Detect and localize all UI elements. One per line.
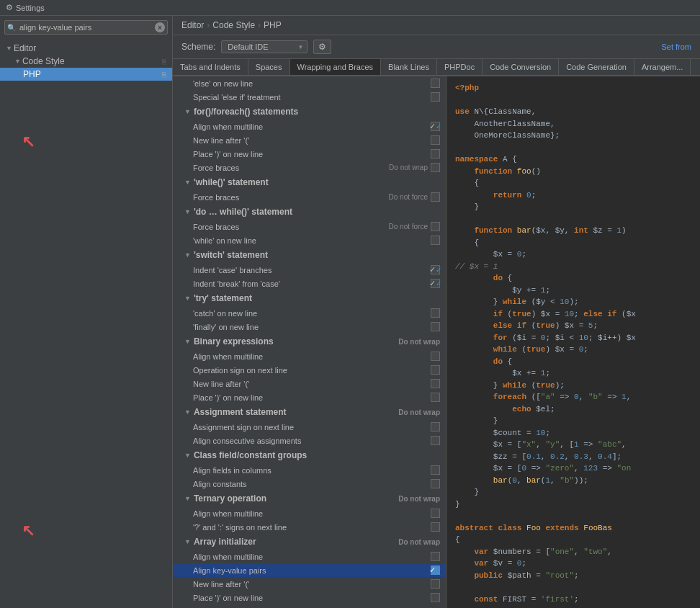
for-align-multiline-row: Align when multiline ✓ (173, 120, 446, 133)
align-consecutive-label: Align consecutive assignments (179, 437, 377, 445)
for-newline-after-row: New line after '(' (173, 133, 446, 147)
switch-indent-break-label: Indent 'break' from 'case' (179, 280, 377, 288)
while-header[interactable]: ▼ 'while()' statement (173, 174, 446, 190)
else-checkbox[interactable] (431, 79, 440, 88)
assignment-header[interactable]: ▼ Assignment statement Do not wrap (173, 404, 446, 420)
do-while-header[interactable]: ▼ 'do … while()' statement (173, 204, 446, 220)
while-force-braces-value: Do not force (377, 193, 428, 201)
do-force-braces-checkbox[interactable] (431, 222, 440, 231)
for-force-braces-value: Do not wrap (377, 164, 428, 171)
code-style-tree-item[interactable]: ▼ Code Style ⎘ (0, 55, 172, 68)
special-else-row: Special 'else if' treatment (173, 90, 446, 104)
breadcrumb-code-style: Code Style (212, 20, 255, 30)
align-fields-row: Align fields in columns (173, 463, 446, 477)
class-field-header[interactable]: ▼ Class field/constant groups (173, 447, 446, 463)
align-constants-label: Align constants (179, 480, 377, 488)
while-force-braces-checkbox[interactable] (431, 192, 440, 202)
binary-header[interactable]: ▼ Binary expressions Do not wrap (173, 334, 446, 349)
left-panel: 🔍 × ▼ Editor ▼ Code Style ⎘ PHP ⎘ (0, 16, 173, 608)
scheme-gear-button[interactable]: ⚙ (313, 40, 331, 54)
modifier-list-header[interactable]: ▼ Modifier list (173, 604, 446, 608)
for-force-braces-checkbox[interactable] (431, 163, 440, 172)
chevron-for-icon: ▼ (184, 108, 191, 115)
for-place-paren-label: Place ')' on new line (179, 150, 377, 158)
editor-tree-item[interactable]: ▼ Editor (0, 42, 172, 55)
scheme-dropdown[interactable]: Default IDE (221, 40, 308, 53)
ternary-signs-checkbox[interactable] (431, 522, 440, 532)
for-newline-checkbox[interactable] (431, 135, 440, 145)
for-force-braces-label: Force braces (179, 164, 377, 172)
for-foreach-header[interactable]: ▼ for()/foreach() statements (173, 104, 446, 120)
array-newline-after-checkbox[interactable] (431, 579, 440, 589)
assign-sign-label: Assignment sign on next line (179, 423, 377, 432)
ternary-signs-row: '?' and ':' signs on next line (173, 520, 446, 534)
tab-spaces[interactable]: Spaces (248, 59, 290, 75)
tab-code-conversion[interactable]: Code Conversion (483, 59, 559, 75)
chevron-array-icon: ▼ (184, 538, 191, 545)
while-force-braces-row: Force braces Do not force (173, 190, 446, 204)
binary-place-paren-checkbox[interactable] (431, 393, 440, 402)
switch-indent-case-row: Indent 'case' branches ✓ (173, 263, 446, 277)
tab-tabs-indents[interactable]: Tabs and Indents (173, 59, 248, 75)
align-consecutive-row: Align consecutive assignments (173, 434, 446, 447)
try-catch-checkbox[interactable] (431, 308, 440, 318)
for-place-paren-row: Place ')' on new line (173, 147, 446, 161)
array-align-multiline-checkbox[interactable] (431, 552, 440, 561)
align-key-value-row: Align key-value pairs ✓ (173, 563, 446, 577)
do-while-newline-label: 'while' on new line (179, 236, 377, 245)
ternary-label: Ternary operation (194, 493, 266, 504)
switch-indent-case-checkbox[interactable]: ✓ (431, 265, 440, 274)
ternary-header[interactable]: ▼ Ternary operation Do not wrap (173, 491, 446, 506)
assignment-label: Assignment statement (194, 407, 287, 417)
search-input[interactable] (4, 20, 168, 35)
copy-icon: ⎘ (162, 58, 166, 66)
for-place-paren-checkbox[interactable] (431, 149, 440, 158)
tab-phpdoc[interactable]: PHPDoc (437, 59, 483, 75)
try-header[interactable]: ▼ 'try' statement (173, 290, 446, 306)
do-while-label: 'do … while()' statement (194, 207, 292, 217)
scheme-select[interactable]: Default IDE (221, 40, 308, 53)
switch-label: 'switch' statement (194, 250, 268, 260)
array-place-paren-checkbox[interactable] (431, 593, 440, 602)
assignment-value: Do not wrap (398, 408, 440, 416)
tab-code-generation[interactable]: Code Generation (559, 59, 634, 75)
array-init-value: Do not wrap (398, 538, 440, 546)
switch-indent-break-checkbox[interactable]: ✓ (431, 279, 440, 288)
else-on-new-line-row: 'else' on new line (173, 76, 446, 90)
switch-header[interactable]: ▼ 'switch' statement (173, 247, 446, 263)
ternary-align-row: Align when multiline (173, 506, 446, 520)
do-while-newline-checkbox[interactable] (431, 236, 440, 245)
binary-align-checkbox[interactable] (431, 352, 440, 361)
assign-sign-checkbox[interactable] (431, 422, 440, 432)
align-constants-checkbox[interactable] (431, 479, 440, 488)
binary-newline-after-checkbox[interactable] (431, 379, 440, 388)
binary-op-sign-checkbox[interactable] (431, 365, 440, 375)
right-panel: Editor › Code Style › PHP Scheme: Defaul… (173, 16, 700, 608)
for-align-checkbox[interactable]: ✓ (431, 122, 440, 131)
ternary-signs-label: '?' and ':' signs on next line (179, 523, 377, 532)
do-force-braces-label: Force braces (179, 223, 377, 231)
align-consecutive-checkbox[interactable] (431, 436, 440, 445)
binary-value: Do not wrap (398, 338, 440, 346)
try-finally-checkbox[interactable] (431, 322, 440, 331)
array-newline-after-row: New line after '(' (173, 577, 446, 591)
array-init-header[interactable]: ▼ Array initializer Do not wrap (173, 534, 446, 550)
tab-arrangement[interactable]: Arrangem... (634, 59, 691, 75)
ternary-value: Do not wrap (398, 495, 440, 503)
align-fields-checkbox[interactable] (431, 465, 440, 475)
binary-align-label: Align when multiline (179, 352, 377, 361)
ternary-align-checkbox[interactable] (431, 509, 440, 518)
search-clear-button[interactable]: × (155, 22, 165, 32)
set-from-link[interactable]: Set from (661, 43, 691, 51)
breadcrumb-php: PHP (264, 20, 282, 30)
array-align-multiline-label: Align when multiline (179, 553, 377, 561)
scheme-bar: Scheme: Default IDE ⚙ Set from (173, 35, 700, 59)
align-key-value-checkbox[interactable]: ✓ (431, 565, 440, 575)
for-newline-label: New line after '(' (179, 136, 377, 145)
tab-blank-lines[interactable]: Blank Lines (381, 59, 437, 75)
tab-wrapping-braces[interactable]: Wrapping and Braces (290, 59, 382, 76)
special-else-checkbox[interactable] (431, 92, 440, 102)
scheme-label: Scheme: (181, 42, 215, 52)
php-tree-item[interactable]: PHP ⎘ (0, 68, 172, 81)
window-title: Settings (16, 4, 45, 12)
